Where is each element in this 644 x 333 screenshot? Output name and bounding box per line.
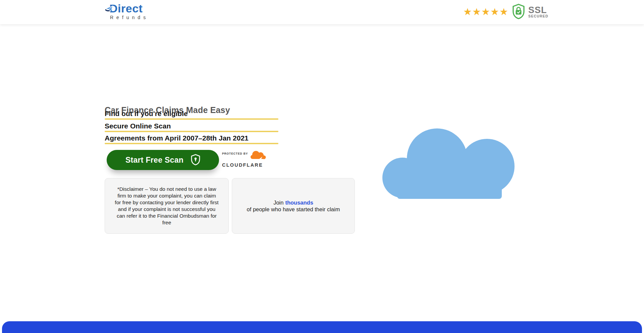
footer-bar: [2, 321, 642, 333]
header: Direct Refunds ★★★★★ SSL SECURED: [0, 0, 644, 24]
disclaimer-text: *Disclaimer – You do not need to use a l…: [114, 186, 220, 226]
join-highlight: thousands: [285, 200, 313, 206]
bullet-text: Find out if you're eligible: [105, 110, 279, 117]
ssl-label: SSL: [528, 6, 548, 14]
paper-plane-icon: [105, 5, 114, 15]
join-suffix: of people who have started their claim: [247, 206, 340, 213]
join-prefix: Join: [273, 200, 283, 206]
bullet-eligible: Find out if you're eligible: [105, 110, 279, 120]
ssl-badge: SSL SECURED: [511, 3, 548, 21]
yellow-underline: [105, 131, 278, 132]
start-free-scan-label: Start Free Scan: [125, 156, 183, 165]
shield-lock-icon: [191, 154, 200, 166]
protected-by-label: PROTECTED BY: [222, 152, 248, 155]
bullet-text: Secure Online Scan: [105, 122, 279, 129]
cloudflare-label: CLOUDFLARE: [222, 162, 262, 168]
bullet-secure-scan: Secure Online Scan: [105, 122, 279, 132]
cloudflare-cloud-icon: [249, 150, 266, 162]
start-free-scan-button[interactable]: Start Free Scan: [107, 150, 219, 170]
join-line: Jointhousands: [273, 199, 313, 206]
bullet-agreement-dates: Agreements from April 2007–28th Jan 2021: [105, 134, 279, 144]
yellow-underline: [105, 143, 278, 144]
logo-subtitle: Refunds: [105, 15, 152, 20]
cloudflare-protected-badge: PROTECTED BY CLOUDFLARE: [222, 150, 262, 168]
bullet-text: Agreements from April 2007–28th Jan 2021: [105, 134, 279, 142]
trust-badges: ★★★★★ SSL SECURED: [463, 0, 548, 24]
yellow-underline: [105, 118, 278, 120]
social-proof-card: Jointhousands of people who have started…: [232, 178, 355, 234]
cloud-illustration: [382, 127, 515, 205]
ssl-shield-lock-icon: [511, 3, 526, 21]
ssl-secured-label: SECURED: [528, 14, 548, 18]
disclaimer-card: *Disclaimer – You do not need to use a l…: [105, 178, 229, 234]
five-star-rating: ★★★★★: [463, 7, 508, 17]
logo[interactable]: Direct Refunds: [105, 3, 152, 20]
ssl-text: SSL SECURED: [528, 6, 548, 18]
